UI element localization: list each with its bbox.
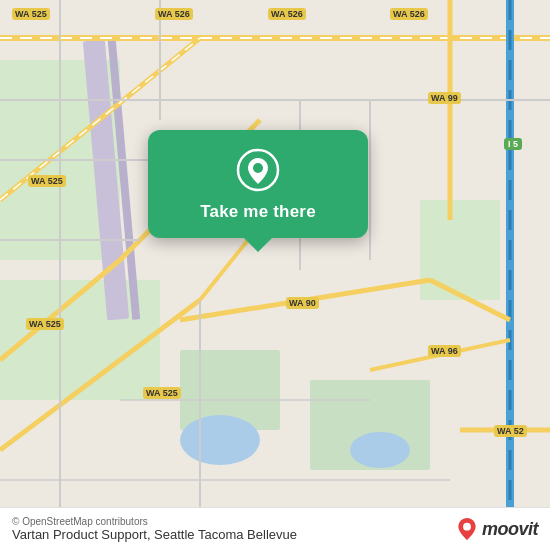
svg-point-6 <box>180 415 260 465</box>
moovit-pin-icon <box>456 518 478 540</box>
bottom-bar: © OpenStreetMap contributors Vartan Prod… <box>0 507 550 550</box>
bottom-info: © OpenStreetMap contributors Vartan Prod… <box>12 516 297 542</box>
map-roads <box>0 0 550 550</box>
location-name-text: Vartan Product Support, Seattle Tacoma B… <box>12 527 297 542</box>
svg-point-36 <box>253 163 263 173</box>
location-pin-icon <box>236 148 280 192</box>
shield-wa52-br: WA 52 <box>494 425 527 437</box>
svg-rect-4 <box>420 200 500 300</box>
shield-wa90: WA 90 <box>286 297 319 309</box>
svg-point-7 <box>350 432 410 468</box>
shield-wa525-ml: WA 525 <box>28 175 66 187</box>
shield-wa526-tr2: WA 526 <box>390 8 428 20</box>
svg-point-37 <box>463 523 471 531</box>
popup-card[interactable]: Take me there <box>148 130 368 238</box>
shield-wa526-tc: WA 526 <box>155 8 193 20</box>
shield-wa96: WA 96 <box>428 345 461 357</box>
moovit-brand-text: moovit <box>482 519 538 540</box>
shield-wa525-bl: WA 525 <box>26 318 64 330</box>
shield-wa525-tl: WA 525 <box>12 8 50 20</box>
attribution-text: © OpenStreetMap contributors <box>12 516 297 527</box>
shield-wa526-tr1: WA 526 <box>268 8 306 20</box>
shield-wa99: WA 99 <box>428 92 461 104</box>
map-container: WA 525 WA 526 WA 526 WA 526 WA 99 WA 525… <box>0 0 550 550</box>
popup-label: Take me there <box>200 202 316 222</box>
moovit-logo: moovit <box>456 518 538 540</box>
shield-wa525-br: WA 525 <box>143 387 181 399</box>
shield-i5: I 5 <box>504 138 522 150</box>
